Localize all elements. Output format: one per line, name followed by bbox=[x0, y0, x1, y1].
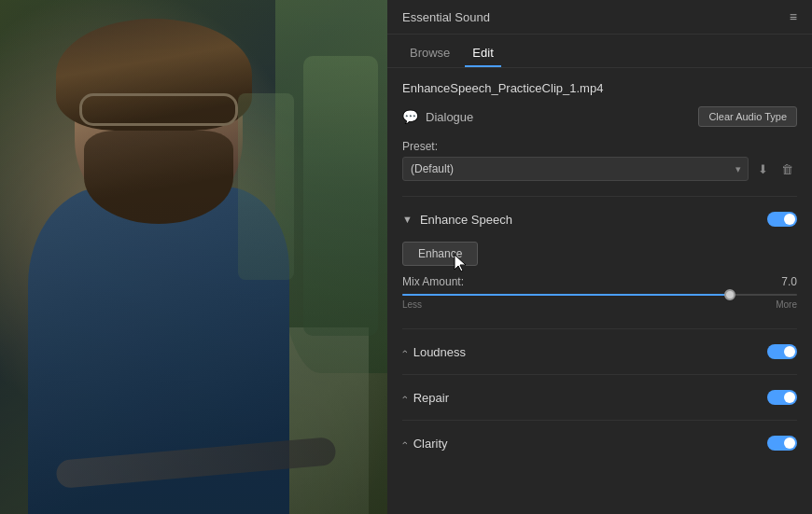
photo-panel bbox=[0, 0, 387, 514]
clarity-title: Clarity bbox=[413, 437, 448, 451]
mix-amount-label: Mix Amount: bbox=[402, 275, 464, 288]
preset-delete-button[interactable]: 🗑 bbox=[777, 159, 797, 180]
dialogue-left: 💬 Dialogue bbox=[402, 109, 473, 124]
right-panel: Essential Sound ≡ Browse Edit EnhanceSpe… bbox=[387, 0, 812, 514]
tab-browse[interactable]: Browse bbox=[402, 42, 457, 67]
enhance-speech-title: Enhance Speech bbox=[420, 213, 512, 227]
tabs-bar: Browse Edit bbox=[387, 35, 812, 68]
divider-2 bbox=[402, 328, 797, 329]
loudness-chevron: › bbox=[399, 350, 410, 354]
mix-row: Mix Amount: 7.0 bbox=[402, 275, 797, 288]
divider-3 bbox=[402, 374, 797, 375]
repair-chevron: › bbox=[399, 396, 410, 399]
repair-header[interactable]: › Repair bbox=[402, 382, 797, 412]
mix-slider-thumb[interactable] bbox=[724, 289, 735, 300]
repair-title: Repair bbox=[413, 391, 449, 405]
enhance-speech-header-left: ▼ Enhance Speech bbox=[402, 213, 512, 227]
clarity-header-left: › Clarity bbox=[402, 437, 448, 451]
clarity-header[interactable]: › Clarity bbox=[402, 428, 797, 458]
preset-select-wrapper: (Default) bbox=[402, 157, 749, 181]
repair-header-left: › Repair bbox=[402, 391, 449, 405]
enhance-speech-header[interactable]: ▼ Enhance Speech bbox=[402, 204, 797, 234]
tab-edit[interactable]: Edit bbox=[465, 42, 500, 67]
divider-1 bbox=[402, 196, 797, 197]
preset-save-button[interactable]: ⬇ bbox=[754, 159, 772, 180]
panel-title: Essential Sound bbox=[402, 10, 490, 24]
preset-label: Preset: bbox=[402, 140, 797, 153]
enhance-speech-section: ▼ Enhance Speech Enhance bbox=[402, 204, 797, 321]
clear-audio-type-button[interactable]: Clear Audio Type bbox=[698, 106, 797, 127]
mix-slider-container bbox=[402, 294, 797, 296]
loudness-section: › Loudness bbox=[402, 337, 797, 367]
loudness-toggle[interactable] bbox=[767, 344, 797, 359]
mix-slider-fill bbox=[402, 294, 730, 296]
dialogue-icon: 💬 bbox=[402, 109, 418, 124]
repair-section: › Repair bbox=[402, 382, 797, 412]
enhance-speech-chevron: ▼ bbox=[402, 214, 413, 225]
slider-label-less: Less bbox=[402, 299, 422, 310]
loudness-header[interactable]: › Loudness bbox=[402, 337, 797, 367]
clarity-toggle[interactable] bbox=[767, 436, 797, 451]
clarity-chevron: › bbox=[399, 441, 410, 445]
preset-row: Preset: (Default) ⬇ 🗑 bbox=[402, 140, 797, 181]
content-area: EnhanceSpeech_PracticeClip_1.mp4 💬 Dialo… bbox=[387, 68, 812, 514]
loudness-title: Loudness bbox=[413, 345, 466, 359]
enhance-button[interactable]: Enhance bbox=[402, 242, 478, 266]
dialogue-label: Dialogue bbox=[426, 110, 473, 124]
loudness-header-left: › Loudness bbox=[402, 345, 466, 359]
slider-labels: Less More bbox=[402, 299, 797, 310]
preset-select-row: (Default) ⬇ 🗑 bbox=[402, 157, 797, 181]
enhance-speech-toggle[interactable] bbox=[767, 212, 797, 227]
enhance-button-container: Enhance bbox=[402, 242, 478, 266]
dialogue-row: 💬 Dialogue Clear Audio Type bbox=[402, 106, 797, 127]
mix-slider-track bbox=[402, 294, 797, 296]
panel-header: Essential Sound ≡ bbox=[387, 0, 812, 35]
enhance-speech-body: Enhance Mix Amount: 7.0 bbox=[402, 234, 797, 321]
divider-4 bbox=[402, 420, 797, 421]
clarity-section: › Clarity bbox=[402, 428, 797, 458]
preset-select[interactable]: (Default) bbox=[402, 157, 749, 181]
repair-toggle[interactable] bbox=[767, 390, 797, 405]
mix-amount-area: Mix Amount: 7.0 Less More bbox=[402, 275, 797, 310]
file-name: EnhanceSpeech_PracticeClip_1.mp4 bbox=[402, 81, 797, 95]
mix-amount-value: 7.0 bbox=[781, 275, 797, 288]
slider-label-more: More bbox=[776, 299, 797, 310]
menu-icon[interactable]: ≡ bbox=[790, 9, 797, 24]
